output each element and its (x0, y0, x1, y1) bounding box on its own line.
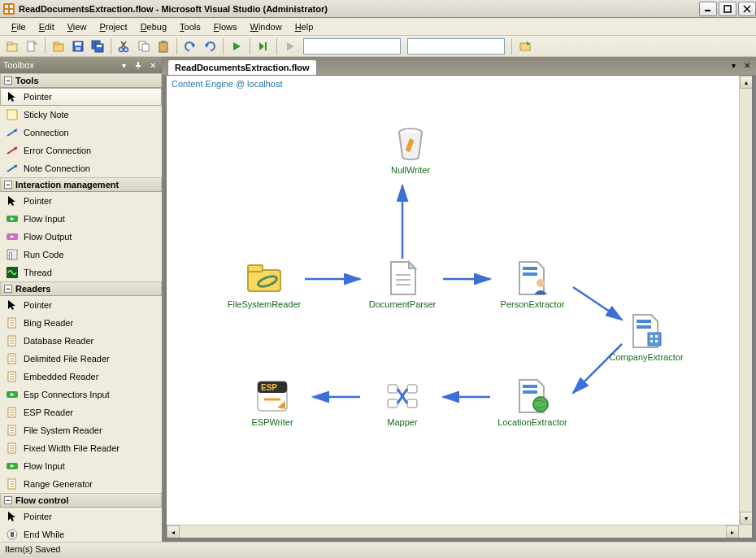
find-symbol-button[interactable] (516, 37, 534, 55)
flow-canvas[interactable]: NullWriterFileSystemReaderDocumentParser… (167, 76, 752, 531)
redo-button[interactable] (201, 37, 219, 55)
close-button[interactable] (738, 2, 756, 16)
toolbox-item-file-system-reader[interactable]: File System Reader (0, 421, 162, 439)
menu-help[interactable]: Help (289, 20, 320, 33)
toolbox-item-fixed-width-file-reader[interactable]: Fixed Width File Reader (0, 439, 162, 457)
flow-node-nullwriter[interactable]: NullWriter (362, 124, 459, 175)
doc-company-icon (627, 312, 666, 351)
close-panel-icon[interactable]: ✕ (147, 59, 159, 71)
toolbox-item-pointer[interactable]: Pointer (0, 296, 162, 314)
continue-button[interactable] (281, 37, 299, 55)
toolbox-item-pointer[interactable]: Pointer (0, 508, 162, 525)
save-button[interactable] (69, 37, 87, 55)
toolbox-item-database-reader[interactable]: Database Reader (0, 332, 162, 350)
toolbox-item-delimited-file-reader[interactable]: Delimited File Reader (0, 350, 162, 368)
svg-marker-30 (205, 44, 209, 48)
status-text: Item(s) Saved (5, 544, 60, 554)
toolbox-item-embedded-reader[interactable]: Embedded Reader (0, 368, 162, 386)
maximize-button[interactable] (719, 2, 736, 16)
collapse-icon: − (4, 285, 12, 293)
toolbox-item-connection[interactable]: Connection (0, 124, 162, 142)
toolbox-item-pointer[interactable]: Pointer (0, 88, 162, 106)
toolbox-item-run-code[interactable]: {}Run Code (0, 246, 162, 264)
save-all-button[interactable] (89, 37, 106, 55)
toolbox-item-flow-input[interactable]: Flow Input (0, 457, 162, 475)
tab-dropdown-icon[interactable]: ▾ (728, 59, 739, 71)
toolbox-item-flow-output[interactable]: Flow Output (0, 228, 162, 246)
flow-node-person[interactable]: PersonExtractor (484, 259, 581, 309)
menu-edit[interactable]: Edit (33, 20, 61, 33)
menu-project[interactable]: Project (93, 20, 133, 33)
undo-button[interactable] (181, 37, 199, 55)
toolbox-item-range-generator[interactable]: Range Generator (0, 475, 162, 493)
minimize-button[interactable] (699, 2, 717, 16)
flow-node-docparser[interactable]: DocumentParser (354, 259, 451, 309)
flow-node-espwriter[interactable]: ESPESPWriter (224, 377, 321, 427)
scroll-down-icon[interactable]: ▾ (740, 512, 753, 525)
toolbox-group-readers[interactable]: −Readers (0, 281, 162, 296)
toolbox-item-esp-reader[interactable]: ESP Reader (0, 403, 162, 421)
svg-rect-28 (161, 41, 166, 43)
menu-view[interactable]: View (61, 20, 93, 33)
menu-debug[interactable]: Debug (134, 20, 173, 33)
scroll-up-icon[interactable]: ▴ (740, 76, 753, 89)
toolbox-group-tools[interactable]: −Tools (0, 73, 162, 88)
node-label: LocationExtractor (497, 417, 567, 427)
doc-icon (383, 259, 422, 298)
esp-icon: ESP (253, 377, 292, 416)
toolbox-item-thread[interactable]: Thread (0, 264, 162, 281)
svg-rect-10 (7, 42, 12, 45)
flow-node-location[interactable]: LocationExtractor (484, 377, 581, 427)
flow-node-filesystem[interactable]: FileSystemReader (215, 259, 313, 309)
toolbox-item-flow-input[interactable]: Flow Input (0, 210, 162, 228)
pointer-icon (6, 90, 19, 103)
toolbox-item-end-while[interactable]: End While (0, 525, 162, 542)
svg-marker-29 (191, 44, 195, 48)
horizontal-scrollbar[interactable]: ◂ ▸ (167, 525, 739, 538)
start-debug-button[interactable] (228, 37, 245, 55)
paste-button[interactable] (154, 37, 172, 55)
new-file-button[interactable] (23, 37, 41, 55)
scroll-left-icon[interactable]: ◂ (167, 525, 180, 538)
step-button[interactable] (254, 37, 272, 55)
toolbox-item-sticky-note[interactable]: Sticky Note (0, 106, 162, 124)
menu-window[interactable]: Window (244, 20, 289, 33)
node-label: Mapper (387, 417, 417, 427)
toolbox-item-esp-connectors-input[interactable]: Esp Connectors Input (0, 386, 162, 403)
toolbox-item-error-connection[interactable]: Error Connection (0, 142, 162, 159)
flow-in-icon (6, 388, 19, 401)
platform-combo[interactable] (407, 38, 505, 54)
scroll-right-icon[interactable]: ▸ (726, 525, 739, 538)
toolbox-group-interaction-management[interactable]: −Interaction management (0, 177, 162, 192)
open-button[interactable] (50, 37, 67, 55)
svg-rect-121 (655, 340, 658, 342)
flow-node-company[interactable]: CompanyExtractor (597, 312, 695, 362)
tab-active[interactable]: ReadDocumentsExtraction.flow (167, 59, 317, 75)
menu-flows[interactable]: Flows (207, 20, 244, 33)
svg-rect-14 (54, 42, 59, 45)
copy-button[interactable] (135, 37, 153, 55)
cut-button[interactable] (115, 37, 133, 55)
config-combo[interactable] (303, 38, 401, 54)
svg-marker-40 (8, 92, 15, 102)
flow-node-mapper[interactable]: Mapper (354, 377, 451, 427)
toolbox-group-flow-control[interactable]: −Flow control (0, 493, 162, 508)
tab-close-icon[interactable]: ✕ (741, 59, 753, 71)
collapse-icon: − (4, 181, 12, 189)
flow-canvas-container: Content Engine @ localhost NullWriterFil… (166, 75, 753, 538)
vertical-scrollbar[interactable]: ▴ ▾ (739, 76, 752, 525)
svg-rect-118 (650, 335, 653, 338)
toolbox-panel: Toolbox ▾ ✕ −ToolsPointerSticky NoteConn… (0, 57, 163, 542)
toolbox-item-bing-reader[interactable]: Bing Reader (0, 314, 162, 332)
toolbox-item-note-connection[interactable]: Note Connection (0, 159, 162, 177)
new-project-button[interactable] (3, 37, 21, 55)
pin-icon[interactable] (133, 59, 144, 71)
toolbox-item-pointer[interactable]: Pointer (0, 192, 162, 210)
toolbox-dropdown-icon[interactable]: ▾ (118, 59, 129, 71)
menu-file[interactable]: File (5, 20, 33, 33)
svg-rect-33 (265, 42, 267, 50)
menu-tools[interactable]: Tools (173, 20, 207, 33)
pointer-icon (6, 510, 19, 523)
svg-rect-2 (10, 5, 13, 8)
toolbox-title: Toolbox (3, 60, 34, 70)
